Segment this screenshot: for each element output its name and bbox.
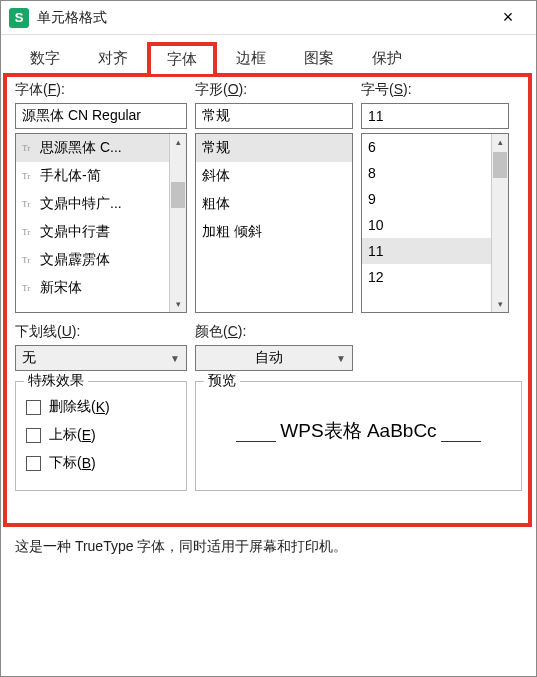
effects-legend: 特殊效果 — [24, 372, 88, 390]
font-listbox[interactable]: Tr思源黑体 C... Tr手札体-简 Tr文鼎中特广... Tr文鼎中行書 T… — [15, 133, 187, 313]
list-item[interactable]: 粗体 — [196, 190, 352, 218]
list-item[interactable]: Tr文鼎中特广... — [16, 190, 169, 218]
list-item[interactable]: 10 — [362, 212, 491, 238]
color-label: 颜色(C): — [195, 323, 353, 341]
list-item[interactable]: 12 — [362, 264, 491, 290]
effects-group: 特殊效果 删除线(K) 上标(E) 下标(B) — [15, 381, 187, 491]
tab-border[interactable]: 边框 — [217, 42, 285, 74]
style-listbox[interactable]: 常规 斜体 粗体 加粗 倾斜 — [195, 133, 353, 313]
size-input[interactable] — [361, 103, 509, 129]
tab-protect[interactable]: 保护 — [353, 42, 421, 74]
preview-group: 预览 WPS表格 AaBbCc — [195, 381, 522, 491]
window-title: 单元格格式 — [37, 9, 488, 27]
list-item[interactable]: Tr文鼎霹雳体 — [16, 246, 169, 274]
list-item[interactable]: 加粗 倾斜 — [196, 218, 352, 246]
tab-font[interactable]: 字体 — [147, 42, 217, 74]
checkbox-box — [26, 456, 41, 471]
size-label: 字号(S): — [361, 81, 509, 99]
tab-pattern[interactable]: 图案 — [285, 42, 353, 74]
list-item[interactable]: Tr文鼎中行書 — [16, 218, 169, 246]
scrollbar[interactable]: ▴ ▾ — [169, 134, 186, 312]
scrollbar[interactable]: ▴ ▾ — [491, 134, 508, 312]
checkbox-box — [26, 400, 41, 415]
scroll-down-icon[interactable]: ▾ — [170, 296, 186, 312]
style-label: 字形(O): — [195, 81, 353, 99]
app-icon: S — [9, 8, 29, 28]
scroll-up-icon[interactable]: ▴ — [492, 134, 508, 150]
list-item[interactable]: 11 — [362, 238, 491, 264]
tab-align[interactable]: 对齐 — [79, 42, 147, 74]
list-item[interactable]: 斜体 — [196, 162, 352, 190]
font-label: 字体(F): — [15, 81, 187, 99]
scroll-thumb[interactable] — [171, 182, 185, 208]
list-item[interactable]: Tr思源黑体 C... — [16, 134, 169, 162]
subscript-checkbox[interactable]: 下标(B) — [26, 454, 176, 472]
preview-legend: 预览 — [204, 372, 240, 390]
list-item[interactable]: Tr新宋体 — [16, 274, 169, 302]
style-input[interactable] — [195, 103, 353, 129]
preview-text: WPS表格 AaBbCc — [206, 418, 511, 444]
list-item[interactable]: 6 — [362, 134, 491, 160]
underline-dropdown[interactable]: 无▼ — [15, 345, 187, 371]
list-item[interactable]: Tr手札体-简 — [16, 162, 169, 190]
underline-label: 下划线(U): — [15, 323, 187, 341]
list-item[interactable]: 9 — [362, 186, 491, 212]
list-item[interactable]: 常规 — [196, 134, 352, 162]
size-listbox[interactable]: 6 8 9 10 11 12 ▴ ▾ — [361, 133, 509, 313]
tabrow: 数字 对齐 字体 边框 图案 保护 — [1, 35, 536, 73]
superscript-checkbox[interactable]: 上标(E) — [26, 426, 176, 444]
scroll-up-icon[interactable]: ▴ — [170, 134, 186, 150]
checkbox-box — [26, 428, 41, 443]
titlebar: S 单元格格式 × — [1, 1, 536, 35]
close-button[interactable]: × — [488, 1, 528, 35]
strikethrough-checkbox[interactable]: 删除线(K) — [26, 398, 176, 416]
color-dropdown[interactable]: 自动▼ — [195, 345, 353, 371]
font-input[interactable] — [15, 103, 187, 129]
scroll-down-icon[interactable]: ▾ — [492, 296, 508, 312]
chevron-down-icon: ▼ — [170, 353, 180, 364]
tab-number[interactable]: 数字 — [11, 42, 79, 74]
list-item[interactable]: 8 — [362, 160, 491, 186]
chevron-down-icon: ▼ — [336, 353, 346, 364]
font-description: 这是一种 TrueType 字体，同时适用于屏幕和打印机。 — [15, 538, 522, 556]
scroll-thumb[interactable] — [493, 152, 507, 178]
